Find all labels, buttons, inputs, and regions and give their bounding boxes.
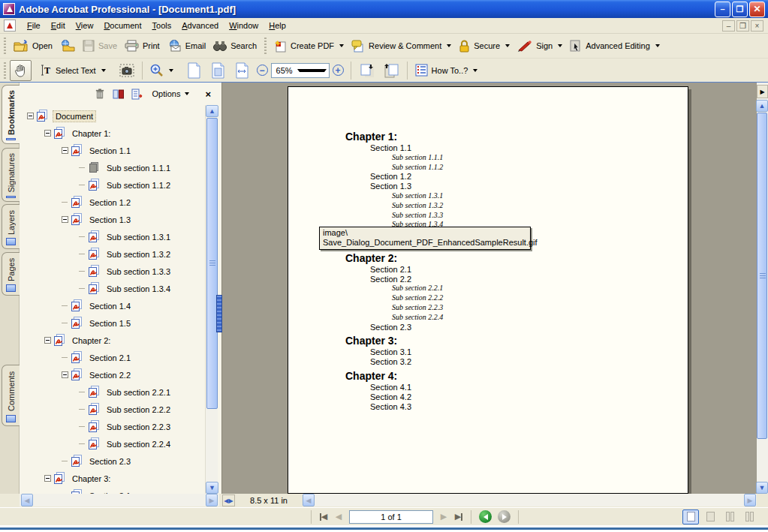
bookmark-item[interactable]: Section 1.1 bbox=[20, 142, 205, 159]
email-button[interactable]: Email bbox=[164, 35, 210, 56]
bookmark-label[interactable]: Chapter 1: bbox=[70, 128, 113, 139]
bookmark-item[interactable]: Sub section 2.2.1 bbox=[20, 383, 205, 401]
toolbar-grip[interactable] bbox=[264, 38, 267, 54]
menu-edit[interactable]: Edit bbox=[46, 19, 71, 32]
fit-width-button[interactable] bbox=[230, 60, 254, 81]
sign-button[interactable]: Sign bbox=[514, 35, 566, 56]
tab-layers[interactable]: Layers bbox=[2, 204, 20, 249]
scrollbar-thumb[interactable] bbox=[757, 113, 767, 439]
bookmark-label[interactable]: Sub section 1.3.4 bbox=[104, 284, 173, 294]
bookmark-item[interactable]: Section 1.2 bbox=[20, 194, 205, 211]
menu-advanced[interactable]: Advanced bbox=[176, 19, 224, 32]
bookmark-label[interactable]: Section 2.1 bbox=[87, 353, 133, 363]
bookmark-label[interactable]: Sub section 2.2.3 bbox=[104, 422, 173, 432]
pdf-document-icon[interactable] bbox=[4, 20, 16, 32]
document-canvas[interactable]: Chapter 1:Section 1.1Sub section 1.1.1Su… bbox=[222, 83, 757, 494]
chevron-down-icon[interactable] bbox=[297, 69, 327, 72]
child-minimize-button[interactable]: – bbox=[722, 20, 735, 32]
menu-window[interactable]: Window bbox=[224, 19, 264, 32]
snapshot-tool-button[interactable] bbox=[116, 60, 138, 81]
bookmark-item[interactable]: Sub section 1.3.4 bbox=[20, 280, 205, 297]
secure-button[interactable]: Secure bbox=[455, 35, 514, 56]
scrollbar-thumb[interactable] bbox=[206, 118, 218, 409]
bookmark-item[interactable]: Sub section 2.2.2 bbox=[20, 401, 205, 418]
options-menu-button[interactable]: Options bbox=[149, 88, 191, 100]
actual-size-button[interactable] bbox=[182, 60, 206, 81]
chevron-down-icon[interactable] bbox=[447, 44, 451, 47]
bookmark-item[interactable]: Section 2.1 bbox=[20, 349, 205, 366]
bookmark-item[interactable]: Sub section 1.3.3 bbox=[20, 263, 205, 280]
previous-view-history-button[interactable] bbox=[479, 510, 492, 523]
zoom-level-value[interactable]: 65% bbox=[272, 66, 297, 75]
bookmark-item[interactable]: Section 2.2 bbox=[20, 366, 205, 383]
bookmark-label[interactable]: Section 1.4 bbox=[87, 301, 133, 311]
scroll-up-icon[interactable]: ▲ bbox=[206, 105, 218, 117]
scroll-right-icon[interactable]: ▶ bbox=[206, 494, 218, 506]
bookmark-item[interactable]: Sub section 2.2.3 bbox=[20, 418, 205, 435]
last-page-button[interactable]: ▶ bbox=[451, 510, 466, 524]
bookmark-label[interactable]: Sub section 1.1.2 bbox=[104, 180, 173, 191]
minimize-button[interactable]: – bbox=[715, 2, 730, 17]
next-view-history-button[interactable] bbox=[498, 510, 510, 523]
bookmark-label[interactable]: Sub section 2.2.2 bbox=[104, 404, 173, 415]
menu-help[interactable]: Help bbox=[264, 19, 291, 32]
page-indicator-field[interactable]: 1 of 1 bbox=[349, 510, 433, 524]
first-page-button[interactable]: ◀ bbox=[316, 510, 331, 524]
bookmark-label[interactable]: Section 1.3 bbox=[87, 215, 133, 225]
bookmark-item[interactable]: Chapter 3: bbox=[20, 470, 205, 487]
next-page-button[interactable]: ▶ bbox=[436, 510, 451, 524]
chevron-down-icon[interactable] bbox=[558, 44, 562, 47]
bookmark-label[interactable]: Section 1.2 bbox=[87, 197, 133, 208]
scroll-left-icon[interactable]: ◀ bbox=[303, 494, 315, 506]
collapse-minus-icon[interactable] bbox=[62, 216, 68, 223]
continuous-facing-layout-button[interactable] bbox=[721, 509, 738, 524]
print-button[interactable]: Print bbox=[121, 35, 164, 56]
bookmark-label[interactable]: Chapter 2: bbox=[70, 335, 113, 346]
menu-document[interactable]: Document bbox=[98, 19, 146, 32]
document-horizontal-scrollbar[interactable]: ◀ ▶ bbox=[303, 494, 757, 506]
bookmark-label[interactable]: Section 1.5 bbox=[87, 318, 133, 329]
bookmark-item[interactable]: Chapter 2: bbox=[20, 332, 205, 349]
open-web-page-button[interactable] bbox=[56, 35, 79, 56]
facing-layout-button[interactable] bbox=[741, 509, 757, 524]
chevron-down-icon[interactable] bbox=[101, 69, 106, 72]
advanced-editing-button[interactable]: Advanced Editing bbox=[566, 35, 664, 56]
search-button[interactable]: Search bbox=[209, 35, 261, 56]
delete-bookmark-icon[interactable] bbox=[93, 88, 106, 101]
fit-page-button[interactable] bbox=[206, 60, 230, 81]
save-button[interactable]: Save bbox=[79, 35, 121, 56]
child-close-button[interactable]: × bbox=[751, 20, 763, 32]
bookmark-label[interactable]: Section 1.1 bbox=[87, 146, 133, 156]
scroll-down-icon[interactable]: ▼ bbox=[756, 482, 768, 494]
restore-button[interactable]: ❐ bbox=[732, 2, 748, 17]
collapse-minus-icon[interactable] bbox=[62, 147, 68, 154]
tab-signatures[interactable]: Signatures bbox=[2, 148, 20, 202]
bookmark-item[interactable]: Document bbox=[20, 107, 205, 125]
scroll-down-icon[interactable]: ▼ bbox=[206, 482, 218, 494]
bookmark-item[interactable]: Section 1.5 bbox=[20, 314, 205, 332]
bookmark-label[interactable]: Section 2.3 bbox=[87, 456, 133, 467]
previous-page-button[interactable]: ◀ bbox=[331, 510, 346, 524]
review-comment-button[interactable]: Review & Comment bbox=[348, 35, 455, 56]
bookmark-item[interactable]: Sub section 1.3.1 bbox=[20, 228, 205, 245]
bookmark-item[interactable]: Chapter 1: bbox=[20, 125, 205, 142]
panel-close-button[interactable]: × bbox=[197, 89, 215, 100]
zoom-in-tool-button[interactable] bbox=[146, 60, 177, 81]
bookmark-label[interactable]: Sub section 1.3.1 bbox=[104, 232, 173, 242]
bookmark-item[interactable]: Section 2.3 bbox=[20, 452, 205, 470]
create-pdf-button[interactable]: Create PDF bbox=[270, 35, 348, 56]
bookmark-item[interactable]: Sub section 2.2.4 bbox=[20, 435, 205, 452]
zoom-in-button[interactable]: + bbox=[333, 65, 344, 76]
bookmark-label[interactable]: Sub section 1.3.3 bbox=[104, 266, 173, 277]
menu-tools[interactable]: Tools bbox=[147, 19, 177, 32]
pdf-page[interactable]: Chapter 1:Section 1.1Sub section 1.1.1Su… bbox=[288, 86, 688, 494]
tab-pages[interactable]: Pages bbox=[2, 252, 20, 296]
tab-comments[interactable]: Comments bbox=[2, 365, 20, 426]
single-page-layout-button[interactable] bbox=[682, 509, 699, 524]
bookmark-item[interactable]: Sub section 1.1.1 bbox=[20, 159, 205, 176]
bookmarks-horizontal-scrollbar[interactable]: ◀ ▶ bbox=[20, 494, 219, 506]
continuous-layout-button[interactable] bbox=[702, 509, 718, 524]
toolbar-grip[interactable] bbox=[3, 38, 7, 54]
bookmark-item[interactable]: Section 1.3 bbox=[20, 211, 205, 228]
select-text-button[interactable]: T Select Text bbox=[36, 60, 110, 81]
